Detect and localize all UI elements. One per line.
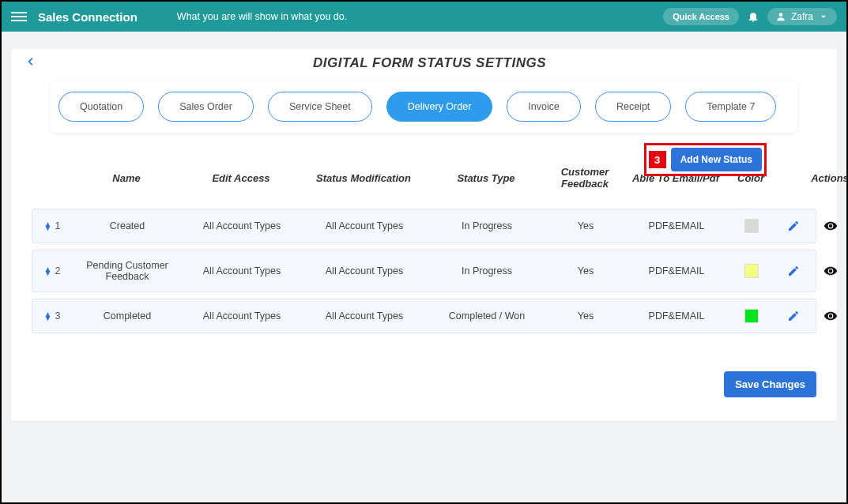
back-icon[interactable]: [25, 56, 36, 70]
cell-name: Pending Customer Feedback: [72, 260, 183, 282]
column-header: Actions: [775, 172, 846, 184]
tagline: What you are will show in what you do.: [177, 11, 347, 22]
cell-status-type: In Progress: [428, 265, 546, 276]
page-title: DIGITAL FORM STATUS SETTINGS: [36, 55, 823, 71]
tab-delivery-order[interactable]: Delivery Order: [386, 92, 493, 122]
view-icon[interactable]: [824, 309, 838, 323]
color-swatch[interactable]: [744, 309, 759, 323]
row-order[interactable]: ▲▼1: [32, 220, 72, 231]
view-icon[interactable]: [824, 219, 838, 233]
cell-color: [728, 264, 775, 278]
table-row: ▲▼3CompletedAll Account TypesAll Account…: [32, 299, 816, 333]
column-header: Edit Access: [182, 172, 300, 184]
sort-handle-icon[interactable]: ▲▼: [44, 312, 52, 320]
cell-status-type: Completed / Won: [428, 310, 546, 322]
sort-handle-icon[interactable]: ▲▼: [44, 222, 52, 230]
edit-icon[interactable]: [787, 310, 800, 322]
add-new-status-button[interactable]: Add New Status: [671, 148, 762, 171]
table-row: ▲▼2Pending Customer FeedbackAll Account …: [32, 250, 816, 292]
status-table: NameEdit AccessStatus ModificationStatus…: [32, 160, 816, 333]
edit-icon[interactable]: [787, 220, 800, 232]
view-icon[interactable]: [824, 264, 838, 278]
tab-sales-order[interactable]: Sales Order: [158, 92, 254, 122]
cell-email-pdf: PDF&EMAIL: [625, 220, 728, 231]
cell-status-mod: All Account Types: [301, 220, 428, 231]
cell-feedback: Yes: [546, 265, 625, 276]
brand-name: Sales Connection: [38, 10, 138, 24]
table-row: ▲▼1CreatedAll Account TypesAll Account T…: [32, 209, 816, 243]
topbar: Sales Connection What you are will show …: [2, 2, 846, 32]
cell-edit-access: All Account Types: [183, 220, 301, 231]
cell-actions: [775, 309, 846, 323]
settings-card: DIGITAL FORM STATUS SETTINGS QuotationSa…: [11, 49, 837, 421]
cell-status-mod: All Account Types: [301, 265, 428, 276]
column-header: Status Type: [427, 172, 545, 184]
user-name: Zafra: [791, 11, 813, 22]
cell-name: Created: [72, 220, 183, 231]
form-type-tabs: QuotationSales OrderService SheetDeliver…: [51, 81, 797, 133]
chevron-down-icon: [818, 11, 829, 22]
tab-receipt[interactable]: Receipt: [595, 92, 671, 122]
cell-color: [728, 219, 775, 233]
cell-actions: [775, 264, 846, 278]
quick-access-button[interactable]: Quick Access: [663, 8, 739, 25]
step-callout: 3 Add New Status: [644, 143, 767, 176]
cell-status-type: In Progress: [428, 220, 546, 231]
column-header: Name: [71, 172, 182, 184]
color-swatch[interactable]: [744, 264, 759, 278]
cell-edit-access: All Account Types: [183, 265, 301, 276]
page-body: DIGITAL FORM STATUS SETTINGS QuotationSa…: [2, 32, 846, 502]
save-changes-button[interactable]: Save Changes: [724, 371, 816, 397]
sort-handle-icon[interactable]: ▲▼: [44, 267, 52, 275]
row-order[interactable]: ▲▼2: [32, 265, 72, 276]
step-number: 3: [649, 151, 666, 168]
user-menu[interactable]: Zafra: [767, 8, 837, 25]
cell-color: [728, 309, 775, 323]
column-header: Status Modification: [300, 172, 427, 184]
svg-point-0: [779, 13, 783, 17]
tab-service-sheet[interactable]: Service Sheet: [268, 92, 372, 122]
column-header: Customer Feedback: [545, 166, 624, 190]
row-order[interactable]: ▲▼3: [32, 310, 72, 322]
hamburger-icon[interactable]: [11, 9, 27, 24]
cell-name: Completed: [72, 310, 183, 322]
cell-status-mod: All Account Types: [301, 310, 428, 322]
bell-icon[interactable]: [747, 10, 759, 23]
tab-quotation[interactable]: Quotation: [58, 92, 144, 122]
cell-email-pdf: PDF&EMAIL: [625, 310, 728, 322]
color-swatch[interactable]: [744, 219, 759, 233]
cell-feedback: Yes: [546, 220, 625, 231]
cell-actions: [775, 219, 846, 233]
tab-invoice[interactable]: Invoice: [507, 92, 581, 122]
tab-template-7[interactable]: Template 7: [685, 92, 776, 122]
cell-feedback: Yes: [546, 310, 625, 322]
cell-email-pdf: PDF&EMAIL: [625, 265, 728, 276]
user-icon: [775, 11, 786, 22]
cell-edit-access: All Account Types: [183, 310, 301, 322]
edit-icon[interactable]: [787, 265, 800, 277]
